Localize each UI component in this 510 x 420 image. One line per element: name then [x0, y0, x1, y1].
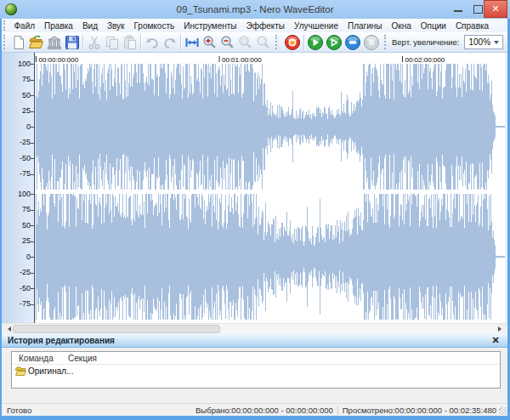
menu-item-audio[interactable]: Звук: [102, 21, 129, 31]
history-list[interactable]: Команда Секция Оригинал...: [11, 351, 501, 389]
zoom-full-button[interactable]: [254, 33, 272, 52]
menu-item-tools[interactable]: Инструменты: [179, 21, 241, 31]
minimize-button[interactable]: [450, 0, 468, 18]
toolbar-separator: [180, 35, 181, 50]
scale-tick: [31, 95, 34, 96]
copy-button[interactable]: [103, 33, 121, 52]
fit-width-icon: [184, 35, 200, 50]
scale-label: 25: [22, 237, 31, 245]
toolbar-grip[interactable]: [384, 35, 388, 48]
scissors-icon: [87, 35, 102, 50]
vertical-zoom-value: 100%: [465, 37, 491, 47]
scrollbar-track[interactable]: [12, 324, 497, 334]
scale-tick: [31, 241, 34, 242]
history-list-header: Команда Секция: [12, 352, 500, 365]
paste-button[interactable]: [121, 33, 139, 52]
folder-icon: [15, 366, 26, 376]
zoom-full-icon: [255, 34, 271, 50]
column-command[interactable]: Команда: [12, 354, 68, 363]
menu-item-edit[interactable]: Правка: [40, 21, 78, 31]
zoom-in-icon: [201, 34, 218, 50]
open-button[interactable]: [27, 33, 45, 52]
combo-dropdown-icon[interactable]: [491, 36, 502, 48]
save-icon: [65, 35, 80, 50]
play-selection-button[interactable]: [325, 33, 343, 52]
new-file-button[interactable]: [9, 33, 27, 52]
scale-tick: [31, 194, 34, 195]
play-selection-icon: [326, 34, 343, 51]
play-button[interactable]: [306, 33, 325, 52]
stop-button[interactable]: [362, 33, 381, 52]
scrollbar-thumb[interactable]: [13, 325, 220, 333]
zoom-in-button[interactable]: [201, 33, 218, 52]
toolbar: Верт. увеличение: 100%: [2, 32, 507, 53]
menu-item-view[interactable]: Вид: [77, 21, 102, 31]
history-row[interactable]: Оригинал...: [12, 365, 500, 377]
scroll-right-icon[interactable]: [497, 324, 507, 334]
save-button[interactable]: [63, 33, 81, 52]
loop-icon: [344, 34, 361, 51]
zoom-selection-button[interactable]: [236, 33, 254, 52]
toolbar-grip[interactable]: [275, 35, 280, 48]
menu-item-help[interactable]: Справка: [450, 21, 493, 31]
horizontal-scrollbar[interactable]: [2, 323, 507, 333]
redo-button[interactable]: [161, 33, 178, 52]
history-panel-body: Команда Секция Оригинал...: [2, 348, 507, 403]
scale-tick: [31, 158, 34, 159]
status-selected: Выбрано:00:00:00:000 - 00:00:00:000: [191, 406, 337, 415]
waveform-channel-1: [37, 64, 505, 190]
waveform: [36, 62, 505, 323]
fit-width-button[interactable]: [183, 33, 201, 52]
record-button[interactable]: [283, 33, 302, 52]
menubar-grip[interactable]: [3, 20, 8, 30]
toolbar-separator: [140, 35, 141, 50]
toolbar-grip[interactable]: [3, 35, 8, 48]
close-button[interactable]: ✕: [484, 0, 507, 18]
toolbar-separator: [303, 35, 304, 50]
resize-grip[interactable]: [499, 407, 507, 415]
play-icon: [307, 34, 324, 51]
history-panel-header: История редактирования ✕: [2, 333, 507, 348]
status-bar: Готово Выбрано:00:00:00:000 - 00:00:00:0…: [2, 403, 507, 416]
loop-button[interactable]: [343, 33, 362, 52]
scale-label: -75: [20, 170, 31, 178]
menu-item-options[interactable]: Опции: [416, 21, 450, 31]
scale-label: 100: [18, 60, 31, 68]
scale-label: -75: [20, 300, 31, 308]
copy-icon: [105, 35, 120, 50]
undo-button[interactable]: [143, 33, 161, 52]
library-button[interactable]: [45, 33, 63, 52]
stop-icon: [363, 34, 380, 51]
cut-button[interactable]: [85, 33, 103, 52]
timeline-ruler[interactable]: 00:00:00:00000:01:00:00000:02:00:000: [36, 53, 505, 62]
menu-item-effects[interactable]: Эффекты: [241, 21, 289, 31]
vertical-zoom-select[interactable]: 100%: [464, 35, 503, 49]
column-section[interactable]: Секция: [68, 354, 97, 363]
window-title: 09_Tsunami.mp3 - Nero WaveEditor: [0, 0, 510, 19]
new-file-icon: [11, 35, 26, 50]
scale-label: 75: [22, 76, 31, 83]
menu-item-volume[interactable]: Громкость: [129, 21, 179, 31]
scale-label: -50: [20, 285, 31, 292]
history-panel-title: История редактирования: [2, 336, 489, 345]
audio-library-icon: [47, 35, 62, 50]
waveform-canvas[interactable]: [36, 62, 505, 323]
menu-item-windows[interactable]: Окна: [387, 21, 416, 31]
scale-tick: [31, 304, 34, 305]
menu-item-file[interactable]: Файл: [9, 21, 40, 31]
paste-icon: [122, 35, 138, 50]
scale-label: -25: [20, 269, 31, 276]
scale-tick: [31, 210, 34, 211]
toolbar-separator: [82, 35, 83, 50]
menu-item-plugins[interactable]: Плагины: [343, 21, 388, 31]
menu-item-enhancement[interactable]: Улучшение: [290, 21, 343, 31]
scale-tick: [31, 64, 34, 65]
history-close-icon[interactable]: ✕: [489, 334, 502, 346]
scale-tick: [31, 143, 34, 144]
menu-bar: ФайлПравкаВидЗвукГромкостьИнструментыЭфф…: [2, 19, 507, 32]
title-bar[interactable]: 09_Tsunami.mp3 - Nero WaveEditor ✕: [0, 0, 510, 19]
scroll-left-icon[interactable]: [2, 324, 12, 334]
undo-icon: [144, 35, 160, 50]
scale-tick: [31, 174, 34, 175]
zoom-out-button[interactable]: [218, 33, 236, 52]
